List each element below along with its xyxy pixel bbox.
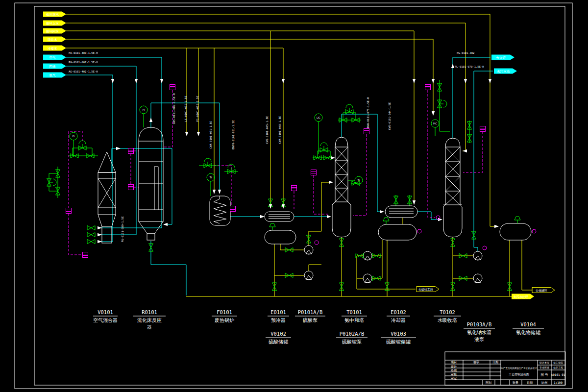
equipment-name: 液泵	[474, 337, 484, 342]
stream-flag-label: 去火炬	[496, 56, 506, 60]
flow-arrows	[98, 64, 499, 243]
instrument-squares	[66, 85, 486, 258]
instrument-air-lines-green	[49, 80, 469, 206]
title-block-cell: 化工学院	[553, 361, 563, 365]
title-block-cell: 数量	[513, 381, 518, 384]
equipment-id: V0102	[270, 331, 286, 337]
control-valve-icon	[47, 178, 57, 186]
stream-flag: 丙烯	[43, 64, 66, 69]
title-block-cell: 日期	[492, 360, 498, 364]
process-lines-cyan	[66, 57, 493, 295]
stream-flag-label: 氨气	[49, 74, 56, 77]
equipment-name: 预冷器	[271, 318, 286, 323]
equipment-label: E0101 预冷器	[268, 309, 289, 323]
equipment-label: F0101 废热锅炉	[212, 309, 237, 323]
title-block-cell: 图别	[486, 381, 491, 385]
stream-flag: 循环上水	[43, 21, 66, 26]
pump-P0103B	[473, 274, 482, 283]
equipment-label: P0101A/B 硫酸泵	[295, 309, 325, 323]
instrument-tag: TI	[357, 179, 360, 182]
equipment-id: P0101A/B	[298, 309, 323, 315]
equipment-label: T0102 水吸收塔	[434, 309, 461, 323]
cyanide-tank-V0104	[500, 223, 531, 240]
scale-label: 比例	[541, 381, 547, 385]
absorption-tower-T0102	[443, 138, 462, 237]
equipment-label: P0102A/B 硫酸铵泵	[336, 331, 368, 344]
title-block-cell: 签字	[473, 360, 479, 364]
pump-P0102A	[363, 251, 372, 260]
relief-valve-icon	[383, 218, 389, 224]
title-block-cell: 项目	[451, 360, 457, 364]
precooler-E0101	[265, 212, 294, 221]
instrument-square-icon	[311, 170, 317, 175]
control-valve-icon	[78, 141, 86, 150]
instrument-tag: LIC	[317, 116, 320, 119]
stream-flag-label: 丙烯	[49, 65, 56, 69]
equipment-name: 水吸收塔	[438, 318, 457, 323]
stream-flag: 冷凝水	[43, 46, 66, 51]
equipment-name: 氨中和塔	[344, 318, 364, 323]
stream-flag-label: 脱盐水	[48, 38, 57, 42]
equipment-id: T0102	[440, 309, 455, 315]
pump-P0102B	[363, 274, 372, 283]
pump-P0101A	[304, 245, 313, 254]
outlet-flags-right: 去火炬 去污水池 PG-0101-J02 PL-0101-070-1.5E-H	[455, 51, 517, 74]
pipe-code-label: PG-0101-J02	[457, 51, 474, 54]
stream-flag: 去污水池	[494, 69, 517, 74]
pipe-code-label: LS-0101-032-1.5E	[184, 96, 187, 122]
control-valve-icon	[204, 158, 212, 168]
equipment-name: 硫酸储罐	[269, 339, 289, 344]
instrument-square-icon	[128, 148, 134, 154]
title-block-cell: 绘图	[451, 368, 457, 372]
pipe-code-label: CWR-0101-051-1.5E	[209, 121, 212, 148]
equipment-name: 氰化钠水溶	[467, 330, 491, 335]
equipment-id: R0101	[142, 309, 157, 315]
title-block-cell: 化学工程	[553, 366, 563, 369]
instrument-square-icon	[170, 85, 175, 90]
equipment-id: F0101	[217, 309, 232, 315]
neutralization-tower-T0101	[332, 137, 351, 237]
inlet-flags-cyan: 空气 丙烯 氨气 PA-0101-400-1.5E-H PG-0101-007-…	[43, 51, 98, 78]
instrument-square-icon	[292, 186, 297, 191]
stream-flag: 去火炬	[491, 55, 514, 60]
pipe-code-label: PG-0101-007-1.5E-H	[69, 61, 98, 64]
drawing-title-line1: 年产五万吨丙烯腈生产工艺初步设计	[501, 367, 537, 369]
pipe-code-label: PL-0101-070-1.5E-H	[455, 65, 484, 68]
instrument-tag: PI	[143, 108, 145, 111]
stream-flag: 去储罐区	[532, 288, 555, 293]
stream-flag: 循环回水	[43, 28, 66, 34]
stream-flag: 空气	[43, 55, 66, 60]
equipment-name: 冷却器	[391, 318, 406, 323]
instrument-tag: FI	[73, 135, 74, 138]
equipment-id: V0103	[391, 331, 406, 337]
outlet-flags-bottom: 去硫铵工段 去储罐区 去污水处理	[416, 287, 555, 299]
equipment-name: 硫酸泵	[303, 318, 318, 323]
instrument-bubbles: PI FI TI LIC TI PIC	[70, 106, 536, 250]
instrument-tag: PIC	[433, 122, 437, 125]
instrument-square-icon	[66, 208, 72, 214]
equipment-labels: V0101 空气混合器 R0101 流化床反应 器 F0101 废热锅炉 E01…	[93, 309, 544, 344]
instrument-tag: TI	[209, 176, 212, 179]
equipment-label: T0101 氨中和塔	[342, 309, 367, 323]
equipment-label: P0103A/B 氰化钠水溶 液泵	[464, 321, 495, 342]
title-block-cell: 设计	[451, 365, 457, 368]
equipment-name: 器	[147, 324, 152, 330]
scale-value: 1:100	[554, 381, 563, 384]
equipment-name: 流化床反应	[137, 318, 162, 323]
title-block-cell: 日期	[527, 381, 533, 385]
equipment-label: R0101 流化床反应 器	[133, 309, 166, 330]
stream-flag-label: 去硫铵工段	[418, 288, 433, 292]
valve-icon	[87, 233, 95, 237]
equipment-label: V0104 氰化物储罐	[513, 321, 544, 335]
air-mixer-V0101	[98, 152, 116, 243]
instrument-square-icon	[425, 85, 431, 90]
equipment-name: 氰化物储罐	[516, 330, 541, 335]
pipe-code-label: DNW-0101-076-1.5E-H	[367, 98, 369, 128]
drawing-number-label: 图 号	[540, 373, 548, 377]
pipe-code-label: CWR-0101-048-1.5E	[278, 116, 281, 144]
stream-flag-label: 循环回水	[46, 29, 59, 33]
stream-flag-label: 冷凝水	[48, 47, 57, 50]
valve-icon	[87, 226, 95, 230]
ammonium-sulfate-tank-V0103	[378, 224, 416, 240]
acid-tank-V0102	[265, 230, 296, 244]
